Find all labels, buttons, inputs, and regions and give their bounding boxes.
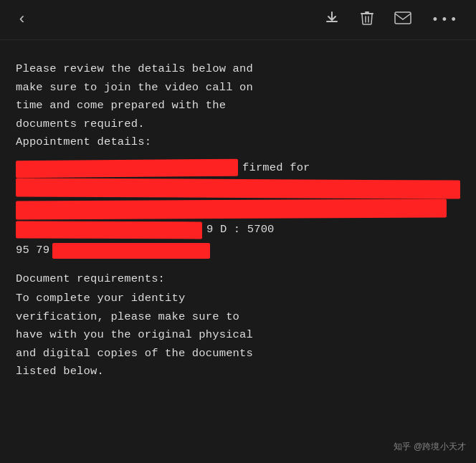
redacted-row-5: 95 79 [16,242,460,260]
back-button[interactable]: ‹ [17,12,27,28]
appointment-label: Appointment details: [16,133,460,152]
svg-rect-1 [361,13,373,14]
documents-label: Document requirements: [16,270,460,289]
redacted-row-1: firmed for [16,159,460,178]
mail-icon[interactable] [394,11,411,28]
confirmed-text: firmed for [242,159,310,178]
redacted-row-4: 9 D : 5700 [16,221,460,239]
more-icon[interactable]: ••• [432,14,459,27]
redacted-appointment: firmed for 9 D : 5700 95 79 [16,159,460,260]
watermark: 知乎 @跨境小天才 [394,440,466,454]
svg-rect-5 [395,12,411,24]
delete-icon[interactable] [360,10,374,29]
svg-rect-0 [326,21,338,22]
partial-id: 95 79 [16,242,49,260]
top-bar-right: ••• [324,10,459,29]
partial-code: 9 D : 5700 [206,221,275,239]
email-content: Please review the details below and make… [0,40,476,396]
top-bar: ‹ ••• [0,0,476,40]
email-intro: Please review the details below and make… [16,60,460,133]
svg-rect-2 [365,11,369,13]
redacted-row-2 [16,179,460,198]
save-icon[interactable] [324,10,340,29]
redacted-row-3 [16,200,460,219]
top-bar-left: ‹ [17,12,27,28]
documents-body: To complete your identity verification, … [16,290,460,381]
